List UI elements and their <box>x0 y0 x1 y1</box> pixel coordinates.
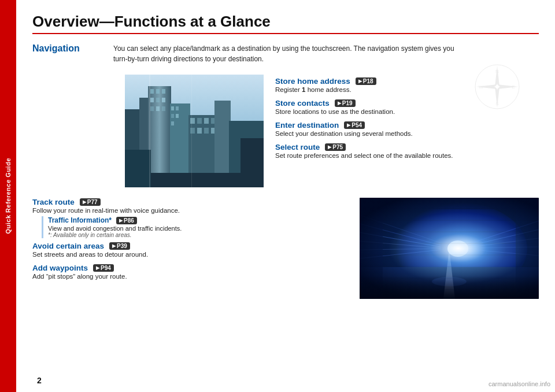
svg-rect-24 <box>190 128 195 134</box>
feature-track-route-desc: Follow your route in real-time with voic… <box>32 207 348 214</box>
svg-rect-18 <box>171 121 174 125</box>
svg-text:S: S <box>495 101 498 106</box>
sidebar-label: Quick Reference Guide <box>5 158 12 234</box>
svg-rect-12 <box>162 106 165 111</box>
svg-rect-6 <box>162 89 165 94</box>
intro-text: You can select any place/landmark as a d… <box>113 43 539 64</box>
feature-avoid-areas-title: Avoid certain areas P39 <box>32 242 348 250</box>
svg-rect-15 <box>176 106 179 110</box>
feature-track-route: Track route P77 Follow your route in rea… <box>32 198 348 238</box>
svg-text:E: E <box>512 84 515 90</box>
watermark: carmanualsonline.info <box>489 380 550 387</box>
tunnel-image <box>360 198 539 299</box>
svg-point-50 <box>447 241 468 257</box>
feature-add-waypoints: Add waypoints P94 Add “pit stops” along … <box>32 264 348 282</box>
svg-line-44 <box>360 215 441 243</box>
svg-rect-11 <box>156 106 160 111</box>
svg-line-39 <box>360 232 441 247</box>
svg-line-42 <box>360 249 441 250</box>
building-image <box>125 75 264 187</box>
compass-decoration: N S E W <box>474 64 520 110</box>
svg-rect-25 <box>197 128 202 134</box>
feature-track-route-ref: P77 <box>80 198 101 206</box>
traffic-info-note: *: Available only in certain areas. <box>48 232 348 238</box>
lower-section: Track route P77 Follow your route in rea… <box>32 198 539 299</box>
feature-select-route-desc: Set route preferences and select one of … <box>275 152 539 159</box>
svg-rect-16 <box>171 114 174 118</box>
svg-rect-17 <box>176 114 179 118</box>
feature-enter-dest-ref: P54 <box>344 121 365 129</box>
feature-enter-dest-title: Enter destination P54 <box>275 121 539 130</box>
svg-point-36 <box>388 202 527 295</box>
feature-add-waypoints-desc: Add “pit stops” along your route. <box>32 273 348 280</box>
svg-rect-34 <box>191 75 192 187</box>
feature-select-route-ref: P75 <box>325 143 346 151</box>
section-label-col: Navigation <box>32 43 113 70</box>
feature-avoid-areas-desc: Set streets and areas to detour around. <box>32 251 348 258</box>
svg-line-49 <box>467 249 539 256</box>
svg-rect-31 <box>125 150 151 187</box>
feature-add-waypoints-ref: P94 <box>93 264 114 272</box>
svg-rect-55 <box>360 198 539 209</box>
svg-rect-4 <box>150 89 154 94</box>
feature-select-route: Select route P75 Set route preferences a… <box>275 143 539 161</box>
svg-rect-33 <box>149 75 150 187</box>
svg-point-51 <box>453 245 462 252</box>
main-content: Overview—Functions at a Glance Navigatio… <box>16 0 555 392</box>
svg-rect-20 <box>190 118 195 124</box>
svg-line-47 <box>467 221 539 245</box>
svg-rect-54 <box>516 198 539 299</box>
feature-avoid-areas: Avoid certain areas P39 Set streets and … <box>32 242 348 260</box>
page-title: Overview—Functions at a Glance <box>32 13 539 34</box>
feature-track-route-title: Track route P77 <box>32 198 348 206</box>
traffic-info-title: Traffic Information* P86 <box>48 216 348 224</box>
svg-rect-10 <box>150 106 154 111</box>
svg-line-45 <box>467 230 539 246</box>
feature-add-waypoints-title: Add waypoints P94 <box>32 264 348 272</box>
feature-select-route-title: Select route P75 <box>275 143 539 151</box>
svg-rect-26 <box>204 128 209 134</box>
traffic-info-desc: View and avoid congestion and traffic in… <box>48 225 348 232</box>
svg-rect-14 <box>171 106 174 110</box>
svg-line-41 <box>360 224 441 245</box>
svg-line-48 <box>467 247 539 248</box>
svg-rect-7 <box>150 98 154 102</box>
sub-feature-traffic: Traffic Information* P86 View and avoid … <box>42 216 348 238</box>
svg-rect-32 <box>240 138 264 187</box>
svg-text:W: W <box>479 84 483 90</box>
feature-enter-dest: Enter destination P54 Select your destin… <box>275 121 539 139</box>
traffic-info-ref: P86 <box>116 217 137 224</box>
label-spacer <box>32 75 113 187</box>
svg-line-43 <box>360 250 441 258</box>
sidebar-tab: Quick Reference Guide <box>0 0 16 392</box>
svg-line-40 <box>360 241 441 248</box>
svg-line-46 <box>467 238 539 247</box>
upper-section: Store home address P18 Register 1 home a… <box>32 75 539 187</box>
svg-rect-5 <box>156 89 160 94</box>
page-number: 2 <box>37 376 42 385</box>
feature-store-home-ref: P18 <box>356 77 376 85</box>
navigation-heading: Navigation <box>32 43 80 53</box>
svg-point-52 <box>432 277 467 286</box>
svg-rect-22 <box>204 118 209 124</box>
svg-text:N: N <box>495 69 499 74</box>
svg-rect-37 <box>360 267 539 299</box>
lower-features-list: Track route P77 Follow your route in rea… <box>32 198 348 299</box>
svg-rect-21 <box>197 118 202 124</box>
feature-enter-dest-desc: Select your destination using several me… <box>275 130 539 137</box>
svg-rect-35 <box>360 198 539 299</box>
svg-rect-53 <box>360 198 383 299</box>
svg-rect-9 <box>162 98 165 102</box>
feature-avoid-areas-ref: P39 <box>109 242 130 250</box>
feature-store-contacts-ref: P19 <box>335 99 356 107</box>
svg-marker-38 <box>443 249 455 299</box>
svg-rect-8 <box>156 98 160 102</box>
